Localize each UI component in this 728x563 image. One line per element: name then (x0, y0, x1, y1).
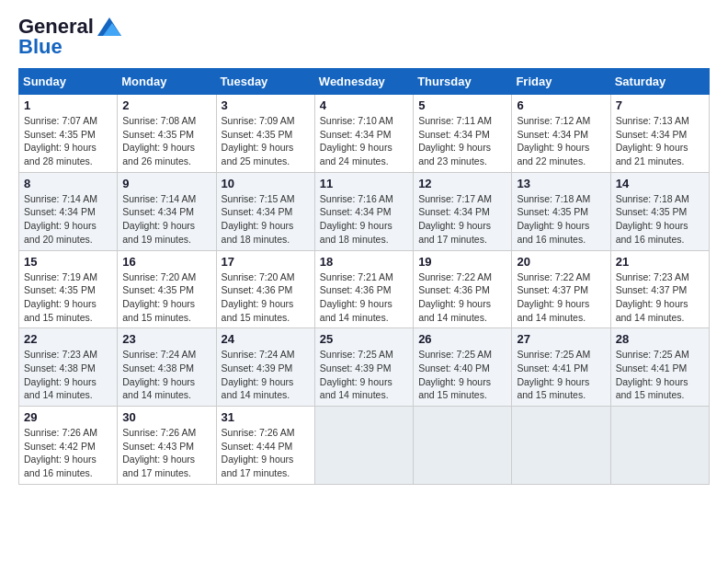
calendar-week-row: 29Sunrise: 7:26 AMSunset: 4:42 PMDayligh… (19, 407, 710, 485)
day-number: 15 (24, 255, 112, 269)
day-number: 8 (24, 177, 112, 190)
calendar-day-cell: 24Sunrise: 7:24 AMSunset: 4:39 PMDayligh… (216, 328, 314, 407)
calendar-day-cell: 10Sunrise: 7:15 AMSunset: 4:34 PMDayligh… (216, 172, 314, 250)
day-info: Sunrise: 7:15 AMSunset: 4:34 PMDaylight:… (222, 192, 310, 247)
day-number: 27 (517, 332, 605, 346)
calendar-day-cell: 3Sunrise: 7:09 AMSunset: 4:35 PMDaylight… (216, 95, 314, 173)
calendar-day-cell: 15Sunrise: 7:19 AMSunset: 4:35 PMDayligh… (19, 250, 118, 328)
day-number: 11 (320, 177, 408, 190)
logo: General Blue (18, 15, 121, 59)
weekday-header: Tuesday (216, 69, 314, 95)
day-number: 26 (418, 332, 506, 346)
day-info: Sunrise: 7:09 AMSunset: 4:35 PMDaylight:… (222, 114, 310, 168)
calendar-day-cell: 18Sunrise: 7:21 AMSunset: 4:36 PMDayligh… (314, 250, 413, 328)
day-info: Sunrise: 7:26 AMSunset: 4:44 PMDaylight:… (222, 426, 310, 480)
day-number: 22 (24, 332, 112, 346)
day-number: 18 (320, 255, 408, 269)
day-info: Sunrise: 7:07 AMSunset: 4:35 PMDaylight:… (24, 114, 112, 168)
day-number: 5 (418, 98, 506, 112)
logo-icon (97, 17, 121, 36)
day-info: Sunrise: 7:20 AMSunset: 4:35 PMDaylight:… (122, 270, 210, 325)
day-number: 14 (616, 177, 704, 190)
day-number: 9 (122, 177, 210, 190)
day-number: 24 (222, 332, 310, 346)
day-info: Sunrise: 7:13 AMSunset: 4:34 PMDaylight:… (616, 114, 704, 168)
calendar-day-cell (414, 407, 512, 485)
day-info: Sunrise: 7:11 AMSunset: 4:34 PMDaylight:… (418, 114, 506, 168)
calendar-day-cell: 29Sunrise: 7:26 AMSunset: 4:42 PMDayligh… (19, 407, 118, 485)
day-info: Sunrise: 7:19 AMSunset: 4:35 PMDaylight:… (24, 270, 112, 325)
calendar-day-cell: 11Sunrise: 7:16 AMSunset: 4:34 PMDayligh… (314, 172, 413, 250)
calendar-day-cell: 27Sunrise: 7:25 AMSunset: 4:41 PMDayligh… (512, 328, 610, 407)
day-number: 19 (418, 255, 506, 269)
calendar-day-cell: 4Sunrise: 7:10 AMSunset: 4:34 PMDaylight… (314, 95, 413, 173)
calendar-day-cell: 30Sunrise: 7:26 AMSunset: 4:43 PMDayligh… (118, 407, 216, 485)
day-info: Sunrise: 7:26 AMSunset: 4:43 PMDaylight:… (122, 426, 210, 480)
weekday-header: Sunday (19, 69, 118, 95)
day-info: Sunrise: 7:08 AMSunset: 4:35 PMDaylight:… (122, 114, 210, 168)
day-number: 12 (418, 177, 506, 190)
day-number: 7 (616, 98, 704, 112)
calendar-day-cell (314, 407, 413, 485)
day-number: 25 (320, 332, 408, 346)
calendar-day-cell: 12Sunrise: 7:17 AMSunset: 4:34 PMDayligh… (414, 172, 512, 250)
day-number: 29 (24, 410, 112, 424)
calendar-day-cell (512, 407, 610, 485)
day-info: Sunrise: 7:14 AMSunset: 4:34 PMDaylight:… (24, 192, 112, 247)
weekday-header: Friday (512, 69, 610, 95)
calendar-day-cell (610, 407, 709, 485)
weekday-header: Thursday (414, 69, 512, 95)
day-info: Sunrise: 7:25 AMSunset: 4:41 PMDaylight:… (517, 348, 605, 402)
day-info: Sunrise: 7:21 AMSunset: 4:36 PMDaylight:… (320, 270, 408, 325)
day-info: Sunrise: 7:12 AMSunset: 4:34 PMDaylight:… (517, 114, 605, 168)
day-info: Sunrise: 7:14 AMSunset: 4:34 PMDaylight:… (122, 192, 210, 247)
calendar-day-cell: 7Sunrise: 7:13 AMSunset: 4:34 PMDaylight… (610, 95, 709, 173)
day-number: 31 (222, 410, 310, 424)
calendar-day-cell: 13Sunrise: 7:18 AMSunset: 4:35 PMDayligh… (512, 172, 610, 250)
calendar-day-cell: 8Sunrise: 7:14 AMSunset: 4:34 PMDaylight… (19, 172, 118, 250)
day-info: Sunrise: 7:10 AMSunset: 4:34 PMDaylight:… (320, 114, 408, 168)
calendar-day-cell: 14Sunrise: 7:18 AMSunset: 4:35 PMDayligh… (610, 172, 709, 250)
day-number: 21 (616, 255, 704, 269)
calendar-day-cell: 5Sunrise: 7:11 AMSunset: 4:34 PMDaylight… (414, 95, 512, 173)
day-info: Sunrise: 7:24 AMSunset: 4:38 PMDaylight:… (122, 348, 210, 402)
weekday-header-row: SundayMondayTuesdayWednesdayThursdayFrid… (19, 69, 710, 95)
day-number: 23 (122, 332, 210, 346)
day-info: Sunrise: 7:26 AMSunset: 4:42 PMDaylight:… (24, 426, 112, 480)
calendar-table: SundayMondayTuesdayWednesdayThursdayFrid… (18, 68, 710, 485)
calendar-day-cell: 22Sunrise: 7:23 AMSunset: 4:38 PMDayligh… (19, 328, 118, 407)
calendar-day-cell: 23Sunrise: 7:24 AMSunset: 4:38 PMDayligh… (118, 328, 216, 407)
day-number: 2 (122, 98, 210, 112)
day-info: Sunrise: 7:22 AMSunset: 4:36 PMDaylight:… (418, 270, 506, 325)
calendar-week-row: 15Sunrise: 7:19 AMSunset: 4:35 PMDayligh… (19, 250, 710, 328)
day-number: 13 (517, 177, 605, 190)
calendar-day-cell: 26Sunrise: 7:25 AMSunset: 4:40 PMDayligh… (414, 328, 512, 407)
calendar-day-cell: 2Sunrise: 7:08 AMSunset: 4:35 PMDaylight… (118, 95, 216, 173)
day-number: 4 (320, 98, 408, 112)
day-number: 17 (222, 255, 310, 269)
day-info: Sunrise: 7:18 AMSunset: 4:35 PMDaylight:… (517, 192, 605, 247)
page-header: General Blue (18, 15, 710, 59)
day-number: 6 (517, 98, 605, 112)
day-number: 1 (24, 98, 112, 112)
weekday-header: Monday (118, 69, 216, 95)
calendar-day-cell: 9Sunrise: 7:14 AMSunset: 4:34 PMDaylight… (118, 172, 216, 250)
day-info: Sunrise: 7:22 AMSunset: 4:37 PMDaylight:… (517, 270, 605, 325)
calendar-week-row: 22Sunrise: 7:23 AMSunset: 4:38 PMDayligh… (19, 328, 710, 407)
day-info: Sunrise: 7:16 AMSunset: 4:34 PMDaylight:… (320, 192, 408, 247)
calendar-day-cell: 21Sunrise: 7:23 AMSunset: 4:37 PMDayligh… (610, 250, 709, 328)
calendar-day-cell: 6Sunrise: 7:12 AMSunset: 4:34 PMDaylight… (512, 95, 610, 173)
calendar-day-cell: 28Sunrise: 7:25 AMSunset: 4:41 PMDayligh… (610, 328, 709, 407)
day-number: 16 (122, 255, 210, 269)
weekday-header: Saturday (610, 69, 709, 95)
logo-blue: Blue (18, 35, 63, 59)
calendar-day-cell: 17Sunrise: 7:20 AMSunset: 4:36 PMDayligh… (216, 250, 314, 328)
calendar-day-cell: 16Sunrise: 7:20 AMSunset: 4:35 PMDayligh… (118, 250, 216, 328)
day-info: Sunrise: 7:23 AMSunset: 4:37 PMDaylight:… (616, 270, 704, 325)
day-info: Sunrise: 7:25 AMSunset: 4:41 PMDaylight:… (616, 348, 704, 402)
calendar-day-cell: 20Sunrise: 7:22 AMSunset: 4:37 PMDayligh… (512, 250, 610, 328)
day-info: Sunrise: 7:24 AMSunset: 4:39 PMDaylight:… (222, 348, 310, 402)
day-number: 30 (122, 410, 210, 424)
day-number: 20 (517, 255, 605, 269)
calendar-day-cell: 1Sunrise: 7:07 AMSunset: 4:35 PMDaylight… (19, 95, 118, 173)
